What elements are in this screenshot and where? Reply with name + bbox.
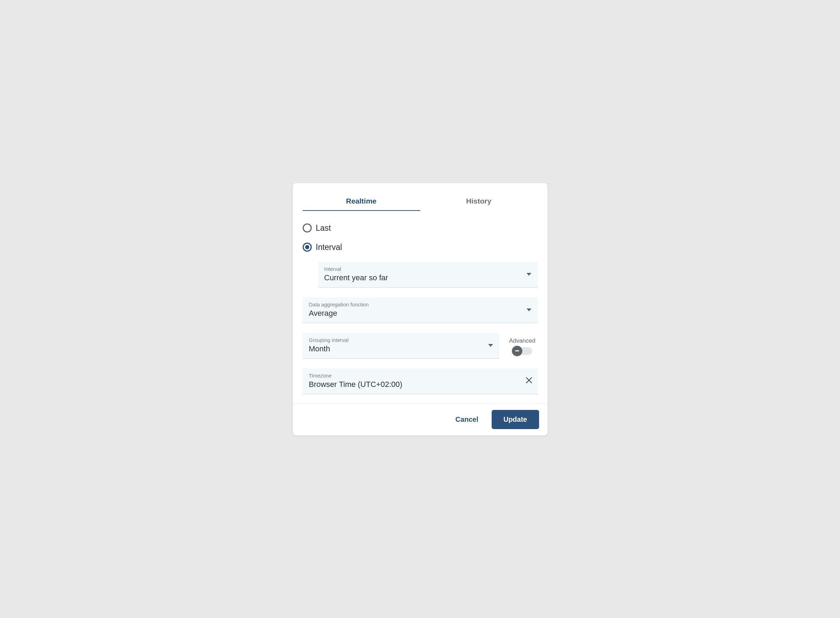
interval-field-label: Interval (324, 266, 531, 272)
grouping-row: Grouping interval Month Advanced (303, 333, 538, 359)
tab-realtime[interactable]: Realtime (303, 193, 420, 211)
grouping-field-value: Month (309, 345, 493, 354)
radio-checked-icon (303, 243, 312, 252)
toggle-knob-icon (512, 346, 522, 356)
chevron-down-icon (526, 307, 531, 313)
aggregation-field-value: Average (309, 309, 531, 318)
chevron-down-icon (526, 271, 531, 278)
radio-interval-label: Interval (316, 243, 342, 252)
radio-unchecked-icon (303, 223, 312, 232)
time-settings-modal: Realtime History Last Interval Interval … (293, 183, 547, 435)
radio-last-label: Last (316, 223, 331, 233)
close-icon[interactable] (525, 376, 533, 386)
tab-history[interactable]: History (420, 193, 538, 211)
modal-footer: Cancel Update (293, 403, 547, 435)
grouping-field-label: Grouping interval (309, 337, 493, 343)
radio-interval-row[interactable]: Interval (303, 243, 538, 252)
radio-last-row[interactable]: Last (303, 223, 538, 233)
timezone-field[interactable]: Timezone Browser Time (UTC+02:00) (303, 368, 538, 394)
cancel-button[interactable]: Cancel (452, 411, 482, 428)
interval-field-value: Current year so far (324, 273, 531, 282)
timezone-field-label: Timezone (309, 373, 531, 379)
timezone-field-value: Browser Time (UTC+02:00) (309, 380, 531, 389)
grouping-select[interactable]: Grouping interval Month (303, 333, 500, 359)
chevron-down-icon (488, 342, 493, 349)
modal-content: Last Interval Interval Current year so f… (293, 211, 547, 403)
advanced-toggle-group: Advanced (509, 333, 538, 359)
interval-select[interactable]: Interval Current year so far (318, 262, 538, 288)
update-button[interactable]: Update (492, 410, 539, 429)
aggregation-field-label: Data aggregation function (309, 302, 531, 308)
advanced-label: Advanced (509, 337, 535, 345)
aggregation-select[interactable]: Data aggregation function Average (303, 297, 538, 323)
tabs: Realtime History (303, 193, 538, 211)
advanced-toggle[interactable] (513, 347, 532, 355)
